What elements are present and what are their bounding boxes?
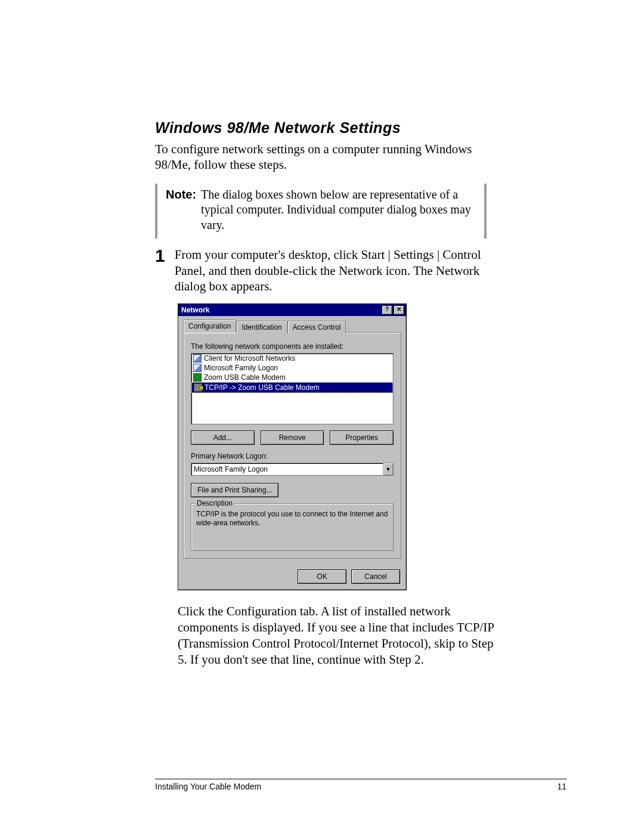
chevron-down-icon[interactable]: ▼: [383, 463, 393, 475]
dialog-footer: OK Cancel: [178, 563, 406, 590]
titlebar[interactable]: Network ? ✕: [178, 304, 406, 316]
primary-logon-combo[interactable]: Microsoft Family Logon ▼: [191, 463, 394, 476]
file-print-sharing-button[interactable]: File and Print Sharing...: [191, 483, 278, 497]
list-item-label: Client for Microsoft Networks: [204, 354, 295, 363]
components-listbox[interactable]: Client for Microsoft Networks Microsoft …: [191, 353, 394, 425]
step-1: 1 From your computer's desktop, click St…: [155, 247, 495, 294]
primary-logon-label: Primary Network Logon:: [191, 452, 394, 460]
intro-paragraph: To configure network settings on a compu…: [155, 141, 489, 173]
add-button[interactable]: Add...: [191, 431, 255, 445]
step-number: 1: [155, 247, 165, 265]
tab-identification[interactable]: Identification: [236, 321, 287, 333]
client-icon: [193, 364, 202, 372]
network-dialog: Network ? ✕ Configuration Identification…: [178, 304, 407, 590]
cancel-button[interactable]: Cancel: [351, 569, 400, 584]
step-text: From your computer's desktop, click Star…: [175, 247, 495, 294]
tab-panel-configuration: The following network components are ins…: [183, 332, 401, 559]
client-icon: [193, 354, 202, 363]
document-page: Windows 98/Me Network Settings To config…: [0, 0, 644, 833]
component-button-row: Add... Remove Properties: [191, 431, 394, 445]
note-text: The dialog boxes shown below are represe…: [201, 187, 476, 233]
after-dialog-paragraph: Click the Configuration tab. A list of i…: [178, 603, 500, 668]
components-label: The following network components are ins…: [191, 342, 394, 351]
properties-button[interactable]: Properties: [330, 431, 394, 445]
list-item-selected[interactable]: TCP/IP -> Zoom USB Cable Modem: [191, 382, 393, 393]
section-heading: Windows 98/Me Network Settings: [155, 119, 566, 137]
tab-configuration[interactable]: Configuration: [183, 320, 236, 333]
description-legend: Description: [195, 499, 234, 508]
footer-left: Installing Your Cable Modem: [155, 782, 261, 791]
adapter-icon: [193, 373, 202, 382]
list-item-label: Zoom USB Cable Modem: [204, 373, 286, 382]
note-label: Note:: [166, 187, 196, 233]
description-groupbox: Description TCP/IP is the protocol you u…: [191, 503, 394, 551]
close-icon[interactable]: ✕: [394, 305, 404, 315]
protocol-icon: [194, 383, 202, 392]
ok-button[interactable]: OK: [298, 569, 346, 584]
list-item-label: TCP/IP -> Zoom USB Cable Modem: [205, 383, 320, 392]
list-item[interactable]: Zoom USB Cable Modem: [191, 373, 393, 382]
page-footer: Installing Your Cable Modem 11: [155, 779, 566, 791]
combo-value: Microsoft Family Logon: [191, 465, 383, 473]
remove-button[interactable]: Remove: [261, 431, 324, 445]
footer-rule: [155, 779, 566, 779]
tab-access-control[interactable]: Access Control: [287, 321, 346, 333]
list-item[interactable]: Microsoft Family Logon: [191, 363, 393, 373]
list-item-label: Microsoft Family Logon: [204, 364, 278, 372]
description-text: TCP/IP is the protocol you use to connec…: [196, 510, 388, 527]
window-title: Network: [180, 306, 209, 314]
network-dialog-screenshot: Network ? ✕ Configuration Identification…: [178, 304, 566, 590]
help-icon[interactable]: ?: [382, 305, 392, 315]
tab-strip: Configuration Identification Access Cont…: [183, 320, 401, 333]
list-item[interactable]: Client for Microsoft Networks: [191, 354, 393, 363]
note-box: Note: The dialog boxes shown below are r…: [155, 184, 487, 239]
page-number: 11: [557, 782, 566, 791]
